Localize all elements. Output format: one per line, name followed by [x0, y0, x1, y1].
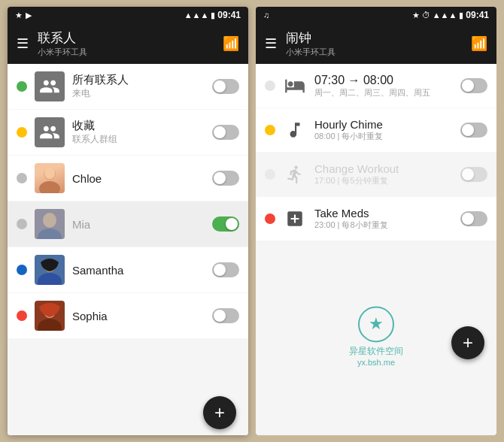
svg-point-1 [39, 181, 60, 193]
right-phone-screen: ♫ ★ ⏱ ▲▲▲ ▮ 09:41 ☰ 闹钟 小米手环工具 📶 [256, 7, 496, 435]
alarm-label: Hourly Chime [314, 118, 453, 131]
right-header-bluetooth-icon[interactable]: 📶 [471, 35, 487, 52]
list-item[interactable]: 收藏 联系人群组 [8, 110, 248, 155]
toggle-thumb [214, 310, 226, 322]
avatar [35, 117, 65, 147]
music-note-icon: ♫ [263, 11, 269, 20]
bluetooth-icon: ★ [15, 11, 23, 20]
list-item[interactable]: Hourly Chime 08:00 | 每小时重复 [256, 108, 496, 152]
battery-status-icon: ▮ [459, 11, 463, 20]
right-menu-button[interactable]: ☰ [265, 35, 277, 52]
alarm-info: 07:30 → 08:00 周一、周二、周三、周四、周五 [314, 74, 453, 98]
dot-yellow [265, 125, 275, 135]
dot-none [265, 169, 275, 180]
list-item[interactable]: Change Workout 17:00 | 每5分钟重复 [256, 153, 496, 196]
contact-name: Mia [72, 218, 205, 231]
contact-info: 收藏 联系人群组 [72, 119, 205, 146]
left-app-header: ☰ 联系人 小米手环工具 📶 [8, 23, 248, 64]
toggle-sleep-alarm[interactable] [460, 78, 487, 93]
dot-orange [17, 310, 27, 321]
contact-name: 收藏 [72, 119, 205, 133]
svg-point-4 [43, 213, 56, 228]
signal-status-icon: ▲▲▲ [433, 11, 457, 20]
toggle-chloe[interactable] [212, 171, 239, 186]
watermark-label: 异星软件空间 [349, 345, 403, 358]
alarm-info: Take Meds 23:00 | 每8小时重复 [314, 207, 453, 231]
toggle-all-contacts[interactable] [212, 79, 239, 94]
person-icon [283, 162, 307, 186]
contact-info: Chloe [72, 172, 205, 185]
list-item[interactable]: Mia [8, 201, 248, 247]
contact-name: Samantha [72, 264, 205, 277]
list-item[interactable]: 所有联系人 来电 [8, 64, 248, 109]
left-menu-button[interactable]: ☰ [17, 35, 29, 52]
left-time: 09:41 [217, 10, 241, 20]
left-header-bluetooth-icon[interactable]: 📶 [223, 35, 239, 52]
alarm-label: Change Workout [314, 162, 453, 175]
right-app-subtitle: 小米手环工具 [286, 47, 462, 58]
toggle-samantha[interactable] [212, 262, 239, 277]
contact-name: Sophia [72, 310, 205, 322]
right-app-header: ☰ 闹钟 小米手环工具 📶 [256, 23, 496, 64]
right-title-group: 闹钟 小米手环工具 [286, 29, 462, 58]
toggle-thumb [462, 213, 474, 225]
contact-sub: 联系人群组 [72, 133, 205, 146]
right-status-icons-left: ♫ [263, 11, 269, 20]
list-item[interactable]: Samantha [8, 247, 248, 292]
toggle-sophia[interactable] [212, 308, 239, 323]
right-status-bar: ♫ ★ ⏱ ▲▲▲ ▮ 09:41 [256, 7, 496, 23]
bed-icon [283, 74, 307, 98]
list-item[interactable]: Sophia [8, 293, 248, 338]
contact-info: Mia [72, 218, 205, 231]
toggle-take-meds[interactable] [460, 211, 487, 226]
toggle-thumb [462, 124, 474, 136]
list-item[interactable]: 07:30 → 08:00 周一、周二、周三、周四、周五 [256, 64, 496, 107]
list-item[interactable]: Take Meds 23:00 | 每8小时重复 [256, 197, 496, 241]
dot-none [265, 80, 275, 91]
dot-gray [17, 173, 27, 183]
toggle-thumb [214, 126, 226, 138]
toggle-thumb [214, 172, 226, 184]
watermark: ★ 异星软件空间 yx.bsh.me [349, 306, 403, 367]
left-fab-button[interactable]: + [203, 396, 236, 429]
left-app-title: 联系人 [38, 29, 214, 47]
avatar [35, 163, 65, 193]
dot-blue [17, 265, 27, 275]
right-status-icons: ▲▲▲ ▮ 09:41 [184, 10, 241, 20]
right-fab-button[interactable]: + [451, 326, 484, 359]
alarm-phone: ♫ ★ ⏱ ▲▲▲ ▮ 09:41 ☰ 闹钟 小米手环工具 📶 [256, 7, 496, 435]
toggle-favorites[interactable] [212, 125, 239, 140]
contact-name: Chloe [72, 172, 205, 185]
alarm-status-icon: ⏱ [422, 11, 430, 20]
contact-sub: 来电 [72, 87, 205, 100]
svg-point-2 [44, 167, 55, 179]
plus-icon [283, 207, 307, 231]
contact-info: Sophia [72, 310, 205, 322]
music-icon: ▶ [26, 11, 32, 20]
alarm-sub: 23:00 | 每8小时重复 [314, 219, 453, 231]
toggle-hourly-chime[interactable] [460, 123, 487, 138]
alarm-info: Hourly Chime 08:00 | 每小时重复 [314, 118, 453, 142]
alarm-list: 07:30 → 08:00 周一、周二、周三、周四、周五 Hourly Chim… [256, 64, 496, 250]
dot-red [265, 213, 275, 224]
contact-name: 所有联系人 [72, 73, 205, 87]
list-item[interactable]: Chloe [8, 156, 248, 201]
left-status-bar: ★ ▶ ▲▲▲ ▮ 09:41 [8, 7, 248, 23]
alarm-time: 07:30 → 08:00 [314, 74, 453, 87]
alarm-info: Change Workout 17:00 | 每5分钟重复 [314, 162, 453, 186]
toggle-thumb [462, 80, 474, 92]
battery-icon: ▮ [211, 11, 215, 20]
toggle-change-workout[interactable] [460, 167, 487, 182]
contact-list: 所有联系人 来电 收藏 联系人群组 [8, 64, 248, 390]
watermark-site: yx.bsh.me [349, 358, 403, 367]
avatar [35, 209, 65, 239]
right-bottom-area: ★ 异星软件空间 yx.bsh.me + [256, 250, 496, 435]
toggle-thumb [462, 168, 474, 180]
right-app-title: 闹钟 [286, 29, 462, 47]
right-status-icons-right: ★ ⏱ ▲▲▲ ▮ 09:41 [412, 10, 489, 20]
alarm-label: Take Meds [314, 207, 453, 219]
contact-info: Samantha [72, 264, 205, 277]
signal-icon: ▲▲▲ [184, 11, 209, 20]
toggle-mia[interactable] [212, 216, 239, 232]
left-app-subtitle: 小米手环工具 [38, 47, 214, 58]
